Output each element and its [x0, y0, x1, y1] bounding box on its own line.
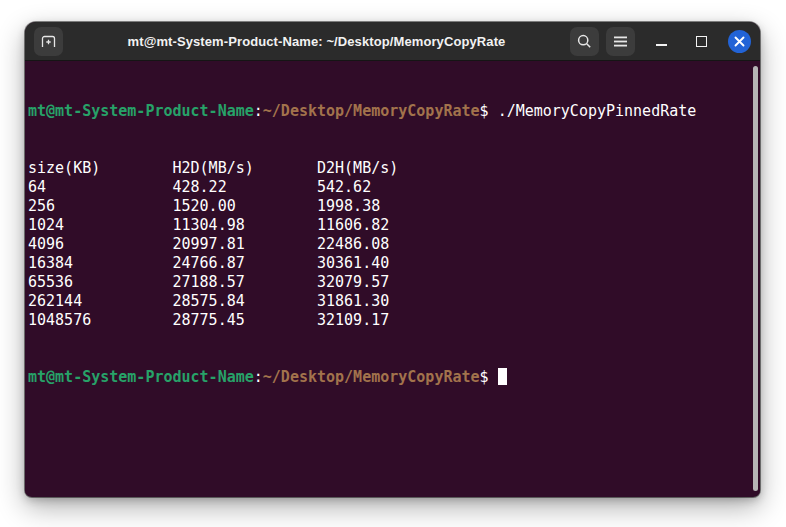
table-row: 256 1520.00 1998.38 [28, 197, 760, 216]
scrollbar[interactable] [750, 61, 760, 496]
table-row: 4096 20997.81 22486.08 [28, 235, 760, 254]
maximize-button[interactable] [689, 29, 713, 53]
scrollbar-thumb[interactable] [753, 66, 758, 491]
terminal-output: mt@mt-System-Product-Name:~/Desktop/Memo… [25, 61, 760, 425]
window-title: mt@mt-System-Product-Name: ~/Desktop/Mem… [63, 34, 570, 49]
prompt-user-host: mt@mt-System-Product-Name [28, 102, 254, 120]
table-row: 64 428.22 542.62 [28, 178, 760, 197]
prompt-path: ~/Desktop/MemoryCopyRate [263, 368, 480, 386]
new-tab-button[interactable] [34, 27, 63, 56]
prompt-separator: : [254, 368, 263, 386]
output-table: size(KB) H2D(MB/s) D2H(MB/s)64 428.22 54… [28, 159, 760, 330]
table-row: 1024 11304.98 11606.82 [28, 216, 760, 235]
prompt-path: ~/Desktop/MemoryCopyRate [263, 102, 480, 120]
command-line: mt@mt-System-Product-Name:~/Desktop/Memo… [28, 102, 760, 121]
minimize-icon [656, 44, 667, 46]
command-text: ./MemoryCopyPinnedRate [498, 102, 697, 120]
minimize-button[interactable] [649, 29, 673, 53]
prompt-line: mt@mt-System-Product-Name:~/Desktop/Memo… [28, 368, 760, 387]
search-icon [576, 33, 593, 50]
close-icon [728, 30, 751, 53]
table-row: 65536 27188.57 32079.57 [28, 273, 760, 292]
prompt-user-host: mt@mt-System-Product-Name [28, 368, 254, 386]
maximize-icon [696, 36, 707, 47]
search-button[interactable] [570, 27, 599, 56]
table-row: 262144 28575.84 31861.30 [28, 292, 760, 311]
table-header-row: size(KB) H2D(MB/s) D2H(MB/s) [28, 159, 760, 178]
cursor-block [498, 368, 507, 385]
prompt-dollar: $ [480, 368, 489, 386]
menu-button[interactable] [606, 27, 635, 56]
prompt-separator: : [254, 102, 263, 120]
new-tab-icon [40, 33, 57, 50]
table-row: 1048576 28775.45 32109.17 [28, 311, 760, 330]
table-row: 16384 24766.87 30361.40 [28, 254, 760, 273]
titlebar[interactable]: mt@mt-System-Product-Name: ~/Desktop/Mem… [25, 22, 760, 61]
close-button[interactable] [727, 29, 751, 53]
prompt-dollar: $ [480, 102, 489, 120]
terminal-window: mt@mt-System-Product-Name: ~/Desktop/Mem… [25, 22, 760, 497]
terminal-screen[interactable]: mt@mt-System-Product-Name:~/Desktop/Memo… [25, 61, 760, 496]
hamburger-menu-icon [613, 35, 628, 48]
